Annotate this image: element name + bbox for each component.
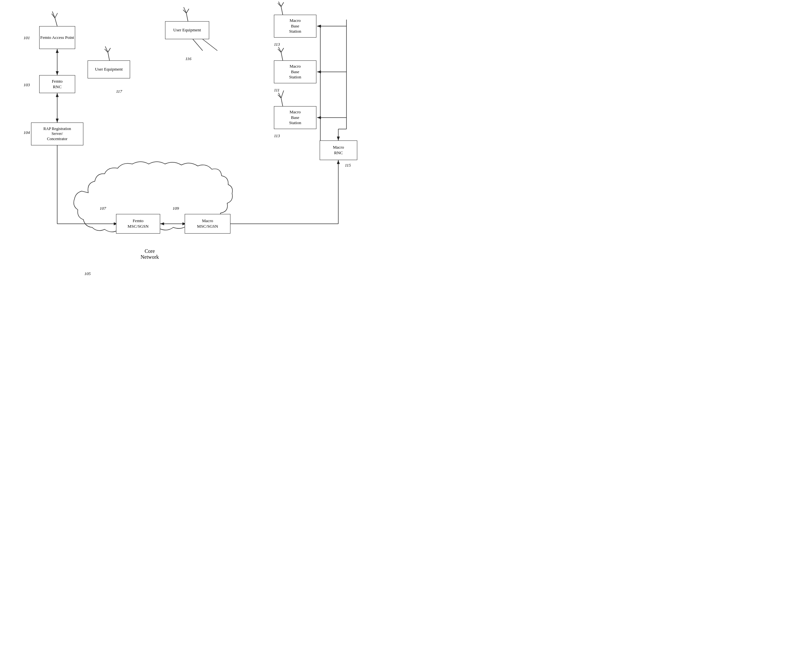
femto-msc-box: FemtoMSC/SGSN xyxy=(116,214,160,234)
user-eq-117-box: User Equipment xyxy=(88,61,130,78)
macro-bs-mid-label: MacroBaseStation xyxy=(289,64,302,80)
svg-line-22 xyxy=(105,46,108,52)
macro-bs-mid-box: MacroBaseStation xyxy=(274,61,316,83)
rap-server-box: RAP RegistrationServer/Concentrator xyxy=(31,123,83,146)
svg-line-29 xyxy=(203,39,217,51)
macro-msc-box: MacroMSC/SGSN xyxy=(185,214,230,234)
macro-rnc-label: MacroRNC xyxy=(333,145,344,156)
label-107: 107 xyxy=(100,206,106,211)
label-105: 105 xyxy=(84,271,91,276)
rap-server-label: RAP RegistrationServer/Concentrator xyxy=(43,126,71,142)
label-117: 117 xyxy=(116,89,122,94)
svg-line-24 xyxy=(108,48,111,52)
svg-line-37 xyxy=(281,48,284,52)
label-111: 111 xyxy=(274,88,280,93)
svg-line-36 xyxy=(278,49,281,52)
label-104: 104 xyxy=(24,130,30,135)
svg-line-41 xyxy=(281,91,284,98)
femto-msc-label: FemtoMSC/SGSN xyxy=(127,218,148,229)
svg-line-31 xyxy=(279,2,281,6)
svg-line-33 xyxy=(281,2,284,6)
svg-line-19 xyxy=(51,14,55,18)
label-115: 115 xyxy=(345,163,351,168)
macro-bs-top-label: MacroBaseStation xyxy=(289,18,302,35)
label-113-top: 113 xyxy=(274,42,280,47)
network-diagram: Femto Access Point FemtoRNC RAP Registra… xyxy=(0,0,396,336)
svg-line-18 xyxy=(52,11,55,18)
user-eq-116-label: User Equipment xyxy=(173,27,201,33)
svg-line-21 xyxy=(108,52,109,61)
svg-line-20 xyxy=(55,13,58,18)
label-113-bot: 113 xyxy=(274,133,280,139)
core-network-label: CoreNetwork xyxy=(141,248,159,260)
svg-line-35 xyxy=(279,47,281,52)
user-eq-117-label: User Equipment xyxy=(95,67,123,72)
femto-ap-box: Femto Access Point xyxy=(39,26,75,49)
label-109: 109 xyxy=(173,206,179,211)
svg-line-34 xyxy=(281,52,283,61)
svg-line-39 xyxy=(279,93,281,98)
svg-line-25 xyxy=(186,13,188,21)
svg-line-38 xyxy=(281,98,283,106)
label-103: 103 xyxy=(24,82,30,88)
svg-line-28 xyxy=(186,9,189,13)
femto-rnc-box: FemtoRNC xyxy=(39,75,75,93)
label-101: 101 xyxy=(24,35,30,40)
user-eq-116-box: User Equipment xyxy=(165,21,209,39)
svg-line-17 xyxy=(55,18,57,26)
svg-line-27 xyxy=(183,10,186,13)
macro-bs-bot-box: MacroBaseStation xyxy=(274,106,316,129)
macro-bs-bot-label: MacroBaseStation xyxy=(289,109,302,126)
svg-line-23 xyxy=(104,49,108,52)
macro-bs-top-box: MacroBaseStation xyxy=(274,15,316,38)
svg-line-26 xyxy=(184,7,186,13)
macro-rnc-box: MacroRNC xyxy=(320,141,357,160)
femto-rnc-label: FemtoRNC xyxy=(51,79,63,90)
femto-ap-label: Femto Access Point xyxy=(40,35,74,40)
svg-line-40 xyxy=(278,95,281,98)
svg-line-42 xyxy=(193,39,203,51)
label-116: 116 xyxy=(185,56,191,61)
svg-line-30 xyxy=(281,6,283,15)
svg-line-32 xyxy=(278,3,281,6)
macro-msc-label: MacroMSC/SGSN xyxy=(197,218,218,229)
